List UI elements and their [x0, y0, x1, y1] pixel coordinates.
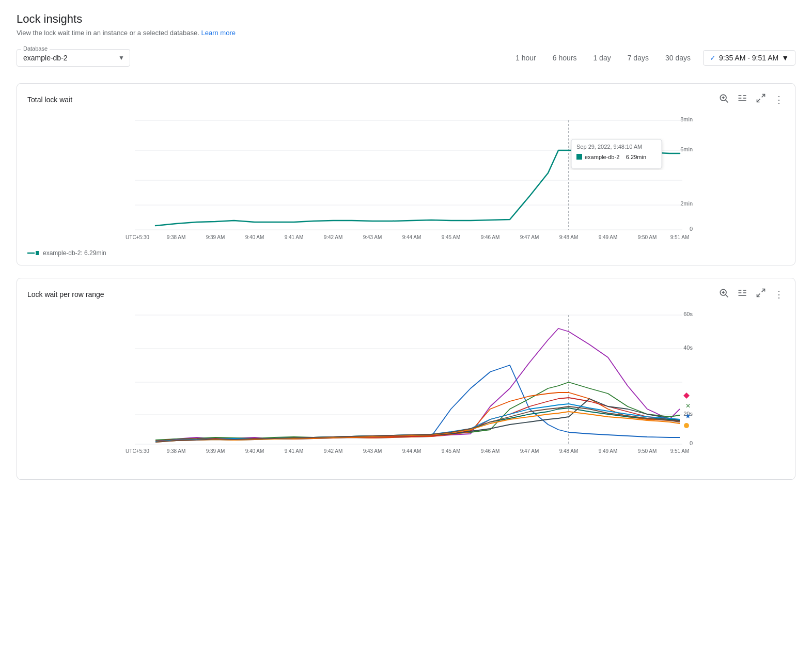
svg-text:9:38 AM: 9:38 AM — [167, 234, 186, 240]
lock-wait-per-row-card: Lock wait per row range — [17, 278, 795, 480]
chart2-svg: 60s 40s 20s 0 UTC+5:30 9:38 AM 9:39 AM 9… — [27, 306, 785, 471]
time-button-30d[interactable]: 30 days — [661, 52, 695, 64]
chart1-zoom-icon[interactable] — [717, 92, 730, 107]
svg-text:★: ★ — [685, 412, 691, 420]
chart1-legend: example-db-2: 6.29min — [27, 249, 785, 257]
chart1-header: Total lock wait — [27, 92, 785, 107]
svg-text:9:39 AM: 9:39 AM — [206, 448, 225, 454]
time-button-6h[interactable]: 6 hours — [549, 52, 581, 64]
svg-text:example-db-2: example-db-2 — [585, 154, 619, 160]
svg-text:UTC+5:30: UTC+5:30 — [126, 448, 149, 454]
learn-more-link[interactable]: Learn more — [201, 29, 235, 37]
svg-rect-36 — [576, 154, 582, 160]
svg-text:2min: 2min — [680, 200, 693, 207]
svg-text:9:51 AM: 9:51 AM — [670, 234, 690, 240]
chart2-legend-icon[interactable] — [736, 287, 748, 302]
svg-text:9:42 AM: 9:42 AM — [324, 448, 343, 454]
svg-text:9:43 AM: 9:43 AM — [363, 448, 382, 454]
svg-text:9:44 AM: 9:44 AM — [402, 234, 421, 240]
chart2-header: Lock wait per row range — [27, 287, 785, 302]
page-subtitle: View the lock wait time in an instance o… — [17, 29, 795, 37]
svg-text:40s: 40s — [683, 344, 693, 351]
chart1-more-icon[interactable]: ⋮ — [773, 93, 785, 106]
chart1-area: 8min 6min 2min 0 UTC+5:30 9:38 AM 9:39 A… — [27, 111, 785, 245]
svg-text:9:46 AM: 9:46 AM — [481, 234, 500, 240]
chart1-actions: ⋮ — [717, 92, 785, 107]
svg-line-8 — [757, 99, 760, 102]
chart2-area: 60s 40s 20s 0 UTC+5:30 9:38 AM 9:39 AM 9… — [27, 306, 785, 471]
selected-time-range[interactable]: ✓ 9:35 AM - 9:51 AM ▼ — [703, 50, 795, 66]
svg-text:9:38 AM: 9:38 AM — [167, 448, 186, 454]
svg-point-78 — [684, 423, 689, 428]
svg-text:9:47 AM: 9:47 AM — [520, 448, 539, 454]
svg-text:9:41 AM: 9:41 AM — [285, 448, 304, 454]
svg-text:9:43 AM: 9:43 AM — [363, 234, 382, 240]
chart2-more-icon[interactable]: ⋮ — [773, 288, 785, 301]
svg-text:0: 0 — [690, 226, 693, 232]
selected-range-value: 9:35 AM - 9:51 AM — [719, 54, 778, 62]
svg-rect-40 — [36, 251, 39, 255]
svg-text:9:47 AM: 9:47 AM — [520, 234, 539, 240]
svg-line-42 — [726, 295, 728, 297]
svg-text:9:49 AM: 9:49 AM — [599, 234, 618, 240]
time-button-1h[interactable]: 1 hour — [511, 52, 540, 64]
time-button-7d[interactable]: 7 days — [623, 52, 653, 64]
time-button-1d[interactable]: 1 day — [589, 52, 615, 64]
svg-text:9:48 AM: 9:48 AM — [559, 448, 579, 454]
svg-text:9:40 AM: 9:40 AM — [245, 448, 264, 454]
svg-marker-75 — [683, 393, 690, 399]
legend-line-svg — [27, 250, 39, 256]
svg-text:60s: 60s — [683, 311, 693, 317]
chart1-legend-label: example-db-2: 6.29min — [43, 249, 106, 257]
chart2-title: Lock wait per row range — [27, 290, 104, 299]
chevron-down-icon: ▼ — [118, 54, 124, 61]
svg-line-7 — [762, 95, 765, 98]
check-icon: ✓ — [710, 54, 716, 62]
chart1-fullscreen-icon[interactable] — [755, 92, 767, 107]
legend-line-icon — [27, 250, 39, 256]
svg-text:9:39 AM: 9:39 AM — [206, 234, 225, 240]
svg-text:9:48 AM: 9:48 AM — [559, 234, 579, 240]
svg-text:8min: 8min — [680, 116, 693, 122]
chart2-actions: ⋮ — [717, 287, 785, 302]
svg-text:9:51 AM: 9:51 AM — [670, 448, 690, 454]
database-label: Database — [21, 45, 50, 52]
svg-text:9:41 AM: 9:41 AM — [285, 234, 304, 240]
svg-text:9:50 AM: 9:50 AM — [638, 448, 657, 454]
database-value: example-db-2 — [23, 54, 68, 62]
svg-text:9:49 AM: 9:49 AM — [599, 448, 618, 454]
chart2-zoom-icon[interactable] — [717, 287, 730, 302]
svg-line-1 — [726, 100, 728, 103]
time-range-controls: 1 hour 6 hours 1 day 7 days 30 days ✓ 9:… — [511, 50, 795, 66]
svg-text:6min: 6min — [680, 146, 693, 152]
chart1-svg: 8min 6min 2min 0 UTC+5:30 9:38 AM 9:39 A… — [27, 111, 785, 245]
svg-text:9:45 AM: 9:45 AM — [442, 234, 461, 240]
svg-text:9:50 AM: 9:50 AM — [638, 234, 657, 240]
svg-text:Sep 29, 2022, 9:48:10 AM: Sep 29, 2022, 9:48:10 AM — [576, 144, 642, 150]
svg-text:✕: ✕ — [685, 402, 691, 410]
svg-line-49 — [757, 294, 760, 297]
svg-text:9:46 AM: 9:46 AM — [481, 448, 500, 454]
svg-text:9:42 AM: 9:42 AM — [324, 234, 343, 240]
dropdown-arrow-icon: ▼ — [782, 54, 789, 62]
database-selector[interactable]: Database example-db-2 ▼ — [17, 49, 130, 67]
svg-line-48 — [762, 289, 765, 292]
svg-text:9:45 AM: 9:45 AM — [442, 448, 461, 454]
svg-text:UTC+5:30: UTC+5:30 — [126, 234, 149, 240]
chart2-fullscreen-icon[interactable] — [755, 287, 767, 302]
svg-text:9:40 AM: 9:40 AM — [245, 234, 264, 240]
controls-row: Database example-db-2 ▼ 1 hour 6 hours 1… — [17, 49, 795, 67]
svg-text:6.29min: 6.29min — [626, 154, 646, 160]
chart1-title: Total lock wait — [27, 96, 72, 104]
total-lock-wait-card: Total lock wait — [17, 83, 795, 265]
chart1-legend-icon[interactable] — [736, 92, 748, 107]
svg-text:9:44 AM: 9:44 AM — [402, 448, 421, 454]
page-title: Lock insights — [17, 12, 795, 26]
svg-text:0: 0 — [690, 440, 693, 446]
